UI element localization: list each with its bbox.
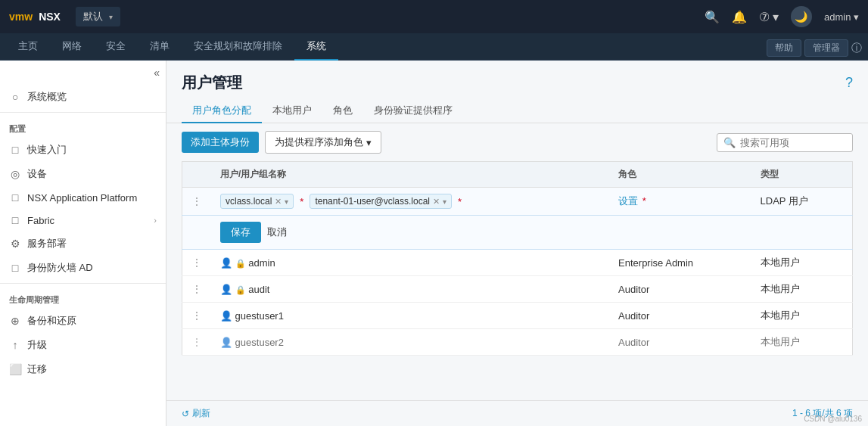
main-tabs: 主页 网络 安全 清单 安全规划和故障排除 系统 帮助 管理器 ⓘ xyxy=(0,33,868,61)
row-menu-icon[interactable]: ⋮ xyxy=(191,309,202,322)
sidebar-item-label: Fabric xyxy=(27,215,54,226)
section-lifecycle: 生命周期管理 xyxy=(0,287,166,309)
row-username-cell: 👤 🔒 audit xyxy=(211,276,609,303)
lock-icon: 🔒 xyxy=(235,259,246,268)
row-menu-icon[interactable]: ⋮ xyxy=(191,336,202,348)
sidebar-item-label: 服务部署 xyxy=(27,237,67,250)
theme-toggle[interactable]: 🌙 xyxy=(791,6,812,27)
sidebar-item-identity-fw[interactable]: □ 身份防火墙 AD xyxy=(0,256,166,280)
help-icon[interactable]: ⑦ ▾ xyxy=(759,10,779,24)
divider xyxy=(0,112,166,113)
save-button[interactable]: 保存 xyxy=(220,222,261,243)
refresh-icon: ↺ xyxy=(182,409,189,419)
row-save-actions: 保存 取消 xyxy=(211,216,853,250)
backup-icon: ⊕ xyxy=(9,315,21,327)
sidebar-collapse-button[interactable]: « xyxy=(154,67,160,79)
app-name: NSX xyxy=(39,11,61,23)
tab-inventory[interactable]: 清单 xyxy=(138,33,182,61)
chevron-right-icon: › xyxy=(154,216,157,225)
search-icon[interactable]: 🔍 xyxy=(705,10,720,24)
search-box[interactable]: 🔍 xyxy=(717,133,853,152)
required-star-1: * xyxy=(300,196,303,207)
tab-planning[interactable]: 安全规划和故障排除 xyxy=(182,33,294,61)
bell-icon[interactable]: 🔔 xyxy=(732,10,747,24)
sidebar-item-upgrade[interactable]: ↑ 升级 xyxy=(0,333,166,357)
page-help-icon[interactable]: ? xyxy=(845,75,853,91)
add-principal-button[interactable]: 添加主体身份 xyxy=(182,132,259,153)
sidebar-item-service-deploy[interactable]: ⚙ 服务部署 xyxy=(0,232,166,256)
row-username-cell: 👤 guestuser2 xyxy=(211,329,609,356)
sidebar-item-label: NSX Application Platform xyxy=(27,192,137,204)
sidebar-item-fabric[interactable]: □ Fabric › xyxy=(0,209,166,232)
sidebar: « ○ 系统概览 配置 □ 快速入门 ◎ 设备 □ NSX Applicatio… xyxy=(0,61,166,426)
row-type-cell: 本地用户 xyxy=(751,250,853,276)
user-icon: 👤 xyxy=(220,337,232,348)
user-icon: 👤 xyxy=(220,284,232,295)
row-menu-cell: ⋮ xyxy=(182,276,212,303)
nav-dropdown[interactable]: 默认 ▾ xyxy=(76,7,120,26)
domain-tag-2-chevron[interactable]: ▾ xyxy=(443,197,446,206)
sidebar-item-migrate[interactable]: ⬜ 迁移 xyxy=(0,357,166,381)
row-username-cell: vclass.local ✕ ▾ * tenant-01-user@vclass… xyxy=(211,188,609,216)
domain-tag-2: tenant-01-user@vclass.local ✕ ▾ xyxy=(310,194,452,209)
main-content: 用户管理 ? 用户角色分配 本地用户 角色 身份验证提供程序 添加主体身份 为提… xyxy=(166,61,868,426)
user-icon: 👤 xyxy=(220,257,232,269)
role-required-star: * xyxy=(642,195,646,207)
table-footer: ↺ 刷新 1 - 6 项/共 6 项 xyxy=(166,400,868,426)
row-menu-icon[interactable]: ⋮ xyxy=(191,283,202,295)
row-username-cell: 👤 🔒 admin xyxy=(211,250,609,276)
sidebar-item-backup[interactable]: ⊕ 备份和还原 xyxy=(0,309,166,333)
devices-icon: ◎ xyxy=(9,168,21,180)
row-role-cell: Auditor xyxy=(609,303,751,329)
admin-label[interactable]: admin ▾ xyxy=(824,11,859,23)
tab-security[interactable]: 安全 xyxy=(94,33,138,61)
row-type-cell: LDAP 用户 xyxy=(751,188,853,216)
search-input[interactable] xyxy=(740,137,846,148)
table-row: ⋮ 👤 guestuser2 Auditor 本地用户 xyxy=(182,329,853,356)
overview-icon: ○ xyxy=(9,91,21,103)
cancel-button[interactable]: 取消 xyxy=(267,225,287,239)
subtab-auth-providers[interactable]: 身份验证提供程序 xyxy=(363,99,463,123)
refresh-button[interactable]: ↺ 刷新 xyxy=(182,407,210,420)
domain-tag-2-remove[interactable]: ✕ xyxy=(433,197,440,207)
row-menu-cell: ⋮ xyxy=(182,250,212,276)
add-role-button[interactable]: 为提供程序添加角色 ▾ xyxy=(265,131,381,154)
main-tab-actions: 帮助 管理器 ⓘ xyxy=(767,39,862,60)
subtab-user-roles[interactable]: 用户角色分配 xyxy=(182,99,262,123)
required-star-2: * xyxy=(458,196,462,207)
sidebar-item-label: 身份防火墙 AD xyxy=(27,261,93,275)
role-badge[interactable]: 设置 xyxy=(618,195,638,207)
domain-tag-1-chevron[interactable]: ▾ xyxy=(285,197,288,206)
user-icon: 👤 xyxy=(220,310,232,322)
tab-network[interactable]: 网络 xyxy=(50,33,94,61)
table-row: ⋮ 👤 🔒 audit Auditor 本地用户 xyxy=(182,276,853,303)
tab-system[interactable]: 系统 xyxy=(294,33,338,61)
row-menu-icon[interactable]: ⋮ xyxy=(191,257,202,269)
sidebar-item-devices[interactable]: ◎ 设备 xyxy=(0,162,166,186)
col-username: 用户/用户组名称 xyxy=(211,162,609,188)
vmw-logo: vmw xyxy=(9,11,33,23)
help-button[interactable]: 帮助 xyxy=(767,39,801,57)
row-role-cell: Auditor xyxy=(609,276,751,303)
sidebar-item-label: 备份和还原 xyxy=(27,314,76,328)
domain-tag-1-remove[interactable]: ✕ xyxy=(275,197,282,207)
lock-icon: 🔒 xyxy=(235,285,246,294)
sidebar-item-quickstart[interactable]: □ 快速入门 xyxy=(0,138,166,162)
row-type-cell: 本地用户 xyxy=(751,276,853,303)
info-icon[interactable]: ⓘ xyxy=(851,42,862,55)
sidebar-item-label: 升级 xyxy=(27,338,47,352)
table-row-save: 保存 取消 xyxy=(182,216,853,250)
subtab-local-users[interactable]: 本地用户 xyxy=(262,99,322,123)
identity-icon: □ xyxy=(9,262,21,274)
row-menu-icon[interactable]: ⋮ xyxy=(191,195,202,207)
sidebar-item-nsx-app[interactable]: □ NSX Application Platform xyxy=(0,186,166,209)
sidebar-item-label: 快速入门 xyxy=(27,143,67,157)
refresh-label: 刷新 xyxy=(192,407,210,420)
subtab-roles[interactable]: 角色 xyxy=(322,99,363,123)
table-row-editing: ⋮ vclass.local ✕ ▾ * xyxy=(182,188,853,216)
manage-button[interactable]: 管理器 xyxy=(804,39,848,57)
tab-home[interactable]: 主页 xyxy=(6,33,50,61)
row-type-cell: 本地用户 xyxy=(751,329,853,356)
row-empty-1 xyxy=(182,216,212,250)
sidebar-item-overview[interactable]: ○ 系统概览 xyxy=(0,85,166,109)
